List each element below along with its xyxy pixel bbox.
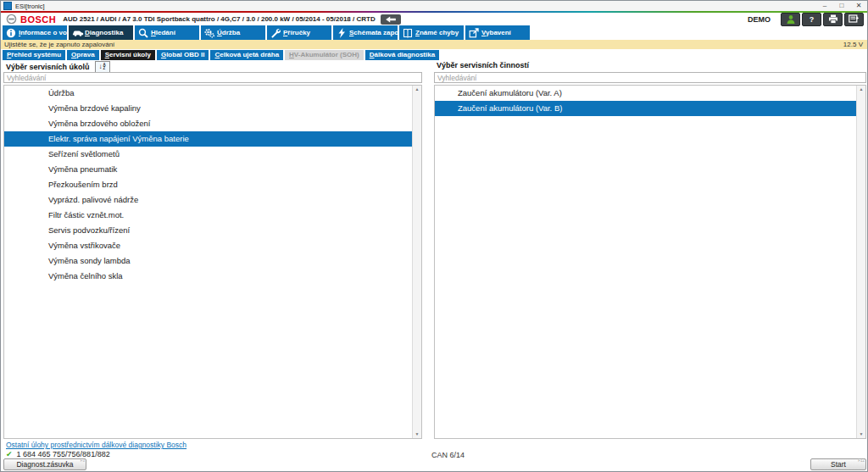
tab-label: Vybavení [481,29,511,36]
sort-button[interactable]: ↓ AZ [95,61,110,73]
service-task-item[interactable]: Vyprázd. palivové nádrže [4,192,413,208]
tab-export[interactable]: Vybavení [465,25,530,40]
back-button[interactable] [381,14,401,25]
service-tasks-rows: ÚdržbaVýměna brzdové kapalinyVýměna brzd… [4,86,413,438]
tab-book[interactable]: Známé chyby [399,25,464,40]
service-task-item[interactable]: Filtr částic vznět.mot. [4,208,413,223]
sort-arrow-icon: ↓ [98,64,102,70]
remote-diagnostics-link[interactable]: Ostatní úlohy prostřednictvím dálkové di… [6,441,186,449]
help-icon: ? [810,15,815,24]
report-button[interactable] [844,13,864,26]
bosch-anchor-icon [6,14,17,25]
tasks-search-input[interactable] [3,72,422,83]
scroll-up-icon[interactable]: ▲ [413,86,421,93]
info-icon [6,28,16,38]
scroll-up-icon[interactable]: ▲ [857,86,865,93]
service-task-item[interactable]: Seřízení světlometů [4,147,413,162]
subtab-global-obd-ii[interactable]: Global OBD II [157,50,209,60]
battery-voltage: 12.5 V [843,41,863,48]
subtab-p-ehled-syst-mu[interactable]: Přehled systému [3,50,65,60]
search-icon [138,28,148,38]
service-task-item[interactable]: Výměna čelního skla [4,269,413,284]
tab-search[interactable]: Hledání [135,25,199,40]
subtab-servisn-koly[interactable]: Servisní úkoly [101,50,155,60]
tab-label: Diagnostika [85,29,123,36]
connection-id: 1 684 465 755/756/881/882 [17,450,110,458]
service-task-item[interactable]: Výměna brzdové kapaliny [4,101,413,116]
back-arrow-icon [385,16,397,23]
service-task-item[interactable]: Výměna vstřikovače [4,238,413,253]
app-icon [3,2,12,10]
connection-status: ✔ 1 684 465 755/756/881/882 [6,450,110,458]
service-task-item[interactable]: Výměna brzdového obložení [4,116,413,131]
warning-message: Ujistěte se, že je zapnuto zapalování [4,41,114,48]
scroll-down-icon[interactable]: ▼ [857,430,865,438]
window-controls: – □ ✕ [816,1,867,11]
tab-label: Informace o vo... [19,29,67,36]
window-title: ESI[tronic] [15,3,45,10]
left-scrollbar[interactable]: ▲ ▼ [412,86,421,438]
socket-shortcut: F3 [81,459,85,464]
service-task-item[interactable]: Přezkoušením brzd [4,177,413,192]
report-icon [849,14,860,24]
book-icon [403,28,413,38]
socket-button-label: Diagnost.zásuvka [16,460,73,469]
right-panel-title-text: Výběr servisních činností [437,61,529,69]
service-task-item[interactable]: Výměna sondy lambda [4,253,413,269]
tab-label: Hledání [151,29,175,36]
sub-tab-bar: Přehled systémuOpravaServisní úkolyGloba… [3,50,441,60]
scroll-down-icon[interactable]: ▼ [413,430,421,438]
subtab-oprava[interactable]: Oprava [67,50,99,60]
service-tasks-list: ÚdržbaVýměna brzdové kapalinyVýměna brzd… [3,85,422,439]
service-task-item[interactable]: Elektr. správa napájení Výměna baterie [4,131,413,147]
service-task-item[interactable]: Výměna pneumatik [4,162,413,177]
minimize-button[interactable]: – [816,1,833,11]
service-actions-rows: Zaučení akumulátoru (Var. A)Zaučení akum… [435,86,857,438]
subtab-celkov-ujet-dr-ha[interactable]: Celková ujetá dráha [210,50,283,60]
right-scrollbar[interactable]: ▲ ▼ [856,86,865,438]
tab-bolt[interactable]: Schémata zapo... [333,25,398,40]
service-actions-list: Zaučení akumulátoru (Var. A)Zaučení akum… [434,85,866,439]
export-icon [469,28,479,38]
user-button[interactable] [781,13,800,26]
left-panel-title-text: Výběr servisních úkolů [6,63,90,71]
vehicle-info: AUD 2521 / AUDI / A7 3.0 TDI Sportback q… [63,15,375,23]
right-panel-title: Výběr servisních činností [437,61,529,69]
tab-car[interactable]: Diagnostika [69,25,133,40]
tab-label: Údržba [217,29,240,36]
tab-label: Známé chyby [415,29,459,36]
app-header: BOSCH AUD 2521 / AUDI / A7 3.0 TDI Sport… [1,13,867,25]
start-button[interactable]: Start F12 [810,458,866,470]
left-panel-title: Výběr servisních úkolů ↓ AZ [6,61,110,73]
tab-gears[interactable]: Údržba [201,25,265,40]
check-icon: ✔ [6,450,13,458]
service-action-item[interactable]: Zaučení akumulátoru (Var. A) [435,86,857,101]
close-button[interactable]: ✕ [850,1,867,11]
can-status: CAN 6/14 [431,451,465,459]
title-bar: ESI[tronic] – □ ✕ [1,1,867,11]
sort-az-icon: AZ [103,64,105,71]
maximize-button[interactable]: □ [833,1,850,11]
subtab-hv-akumul-tor-soh-: HV-Akumulátor (SOH) [285,50,364,60]
diagnostic-socket-button[interactable]: Diagnost.zásuvka F3 [3,458,86,470]
bosch-logo: BOSCH [20,14,56,25]
car-icon [72,28,82,38]
tab-label: Schémata zapo... [349,29,398,36]
service-task-item[interactable]: Servis podvozku/řízení [4,223,413,238]
help-button[interactable]: ? [802,13,821,26]
tab-info[interactable]: Informace o vo... [3,25,67,40]
user-icon [786,14,796,25]
bolt-icon [337,28,347,38]
actions-search-input[interactable] [434,72,866,83]
esitronic-window: ESI[tronic] – □ ✕ BOSCH AUD 2521 / AUDI … [0,0,868,472]
print-button[interactable] [823,13,843,26]
tab-label: Příručky [283,29,310,36]
wrench-icon [270,28,281,38]
tab-wrench[interactable]: Příručky [267,25,331,40]
demo-badge: DEMO [748,15,771,24]
service-task-item[interactable]: Údržba [4,86,413,101]
service-action-item[interactable]: Zaučení akumulátoru (Var. B) [435,101,857,116]
ignition-warning-bar: Ujistěte se, že je zapnuto zapalování 12… [1,40,867,49]
start-shortcut: F12 [858,459,865,464]
subtab-d-lkov-diagnostika[interactable]: Dálková diagnostika [365,50,439,60]
